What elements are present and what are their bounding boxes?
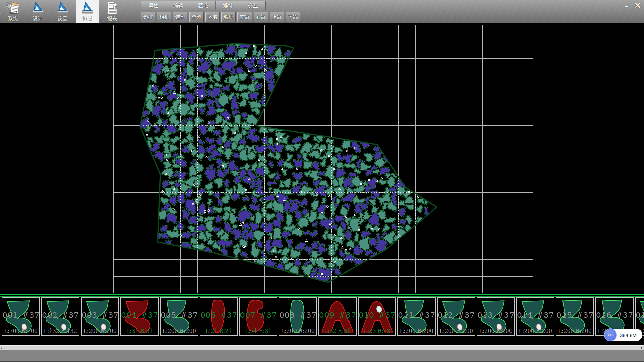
part-thumbnails: 001_#37L:700 R:700002_#37L:132 R:132003_… [2,297,644,336]
part-label: 004_#37 [121,311,158,319]
part-label: 003_#37 [82,311,118,319]
part-thumbnail[interactable]: 002_#37L:132 R:132 [41,297,79,336]
tab-system[interactable]: 系统 [1,0,24,23]
tool-button-7[interactable]: 左靠 [237,12,252,22]
tool-button-2[interactable]: 相机 [157,12,171,22]
part-counts: L:200 R:200 [161,328,198,334]
minimize-button[interactable]: – [621,1,631,11]
part-label: 012_#37 [438,311,475,319]
menu-item-2[interactable]: 编辑 [166,1,191,10]
tab-label: 排版 [83,15,93,22]
part-counts: L:200 R:200 [477,328,514,334]
part-counts: L:31 R:31 [240,328,277,334]
tool-button-6[interactable]: 瑕疵 [221,12,236,22]
menu-item-4[interactable]: 排料 [216,1,240,10]
part-label: 011_#37 [398,311,435,319]
part-thumbnail[interactable]: 009_#37L:32 R:31 [318,297,357,336]
part-thumbnail[interactable]: 007_#37L:31 R:31 [239,297,277,336]
part-label: 006_#37 [200,311,237,319]
part-counts: L:32 R:31 [319,328,356,334]
tool-button-10[interactable]: 下靠 [286,12,300,22]
part-counts: L:200 R:200 [279,328,316,334]
ruler-icon [55,1,70,15]
progress-circle: 38% [604,328,617,341]
part-thumbnail[interactable]: 013_#37L:200 R:200 [477,297,515,336]
tool-button-8[interactable]: 右靠 [254,12,268,22]
part-thumbnail[interactable]: 015_#37L:200 R:200 [556,297,594,336]
part-thumbnail[interactable]: 006_#37L:21 R:21 [200,297,238,336]
close-button[interactable]: ✕ [633,1,643,11]
tool-bar: 聚排相机选割全割区域瑕疵左靠右靠上靠下靠 [141,12,300,22]
part-counts: L:700 R:700 [2,328,39,334]
tool-button-4[interactable]: 全割 [189,12,204,22]
part-label: 007_#37 [240,311,277,319]
horizontal-scrollbar[interactable]: ‹ › [0,345,644,350]
part-counts: L:33 R:33 [359,328,395,334]
part-label: 001_#37 [2,311,39,319]
ruler-icon [31,1,45,15]
tab-settings[interactable]: 设置 [51,0,74,23]
system-gear-icon [6,1,20,15]
menu-item-1[interactable]: 属性 [141,1,166,10]
strip-divider-line [0,294,644,295]
tab-label: 设计 [33,15,43,22]
part-label: 014_#37 [517,311,554,319]
part-counts: L:200 R:200 [82,328,118,334]
part-label: 017_#37 [636,311,644,319]
bottom-bar [0,350,644,361]
tool-button-3[interactable]: 选割 [173,12,187,22]
tab-design[interactable]: 设计 [26,0,49,23]
window-controls: – ✕ [621,1,643,11]
part-thumbnail[interactable]: 004_#37L:31 R:31 [120,297,159,336]
menu-item-5[interactable]: 交互 [240,1,265,10]
part-counts: L:200 R:200 [556,328,593,334]
part-counts: L:200 R:200 [517,328,554,334]
part-label: 002_#37 [42,311,79,319]
part-label: 013_#37 [477,311,514,319]
tab-label: 报表 [107,15,117,22]
part-label: 010_#37 [359,311,395,319]
nesting-canvas[interactable] [0,23,644,294]
report-icon [105,1,120,15]
part-label: 015_#37 [556,311,593,319]
menu-bar: 属性编辑区域排料交互 [141,1,266,10]
part-counts: L:132 R:132 [42,328,79,334]
tab-label: 设置 [58,15,68,22]
part-thumbnail[interactable]: 003_#37L:200 R:200 [81,297,119,336]
tab-report[interactable]: 报表 [101,0,124,23]
part-thumbnail[interactable]: 012_#37L:200 R:200 [437,297,475,336]
part-thumbnail[interactable]: 010_#37L:33 R:33 [358,297,396,336]
memory-badge: 38% 384.8M [605,329,642,341]
tab-label: 系统 [8,15,18,22]
menu-item-3[interactable]: 区域 [191,1,216,10]
app-window: 系统设计设置排版报表 属性编辑区域排料交互 聚排相机选割全割区域瑕疵左靠右靠上靠… [0,0,644,362]
parts-strip: 001_#37L:700 R:700002_#37L:132 R:132003_… [0,294,644,345]
part-counts: L:200 R:200 [398,328,435,334]
ruler-icon [80,1,95,15]
tool-button-5[interactable]: 区域 [205,12,220,22]
tab-layout[interactable]: 排版 [76,0,99,23]
toolbar: 系统设计设置排版报表 属性编辑区域排料交互 聚排相机选割全割区域瑕疵左靠右靠上靠… [0,0,644,23]
part-label: 009_#37 [319,311,356,319]
part-label: 016_#37 [596,311,633,319]
part-thumbnail[interactable]: 001_#37L:700 R:700 [2,297,40,336]
part-label: 008_#37 [279,311,316,319]
part-label: 005_#37 [161,311,198,319]
scroll-right-arrow[interactable]: › [641,345,642,350]
menu-area: 属性编辑区域排料交互 聚排相机选割全割区域瑕疵左靠右靠上靠下靠 [141,0,300,22]
part-counts: L:31 R:31 [121,328,158,334]
scroll-left-arrow[interactable]: ‹ [1,345,2,350]
tool-button-1[interactable]: 聚排 [141,12,155,22]
tool-button-9[interactable]: 上靠 [270,12,284,22]
main-tabs: 系统设计设置排版报表 [1,0,124,23]
part-counts: L:200 R:200 [438,328,475,334]
part-thumbnail[interactable]: 008_#37L:200 R:200 [279,297,317,336]
memory-size: 384.8M [620,332,637,338]
part-thumbnail[interactable]: 011_#37L:200 R:200 [397,297,436,336]
part-counts: L:21 R:21 [200,328,237,334]
strip-divider-line-2 [0,296,644,297]
part-thumbnail[interactable]: 014_#37L:200 R:200 [516,297,554,336]
part-thumbnail[interactable]: 005_#37L:200 R:200 [160,297,198,336]
